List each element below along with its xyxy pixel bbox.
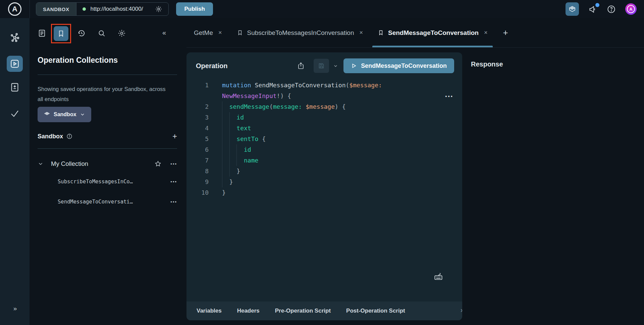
tab-subscribetomessagesinconversation[interactable]: SubscribeToMessagesInConversation × (229, 18, 370, 47)
apollo-logo-letter: A (8, 2, 21, 16)
code-line[interactable]: 7name (186, 155, 462, 166)
nav-changelog-button[interactable] (9, 82, 20, 93)
tab-label: GetMe (194, 29, 213, 37)
bookmark-icon (57, 30, 65, 38)
documentation-tab-button[interactable] (38, 29, 46, 38)
operation-menu-button[interactable]: ••• (170, 199, 177, 204)
sandbox-scope-dropdown[interactable]: Sandbox (38, 107, 91, 122)
tab-post-operation-script[interactable]: Post-Operation Script (346, 308, 405, 314)
indent-guide (236, 144, 244, 155)
settings-tab-button[interactable] (117, 29, 126, 38)
code-line[interactable]: 8} (186, 166, 462, 177)
help-icon (607, 5, 616, 14)
star-icon[interactable] (154, 160, 162, 168)
bookmark-icon (237, 30, 243, 36)
publish-button[interactable]: Publish (176, 2, 213, 16)
history-tab-button[interactable] (77, 29, 86, 38)
editor-line-menu-button[interactable]: ••• (445, 93, 453, 99)
indent-guide (229, 134, 237, 144)
line-number: 1 (186, 80, 209, 91)
tab-pre-operation-script[interactable]: Pre-Operation Script (275, 308, 331, 314)
nav-checks-button[interactable] (9, 108, 20, 119)
info-icon[interactable] (66, 133, 72, 139)
save-options-chevron[interactable] (333, 63, 338, 68)
indent-guide (222, 144, 229, 155)
help-button[interactable] (607, 5, 616, 14)
graphql-code-editor[interactable]: 1mutation SendMessageToConversation($mes… (186, 77, 462, 198)
apollo-logo[interactable]: A (0, 2, 30, 16)
nav-schema-button[interactable] (9, 32, 20, 43)
line-number: 10 (186, 187, 209, 198)
line-number: 4 (186, 123, 209, 134)
endpoint-url-field[interactable]: http://localhost:4000/ (76, 3, 169, 15)
indent-guide (222, 155, 229, 166)
run-operation-button[interactable]: SendMessageToConversation (343, 58, 454, 73)
indent-guide (222, 123, 229, 134)
sandbox-section-header: Sandbox + (38, 132, 177, 140)
tab-headers[interactable]: Headers (237, 308, 260, 314)
nav-explorer-button-active[interactable] (7, 56, 23, 72)
indent-guide (229, 166, 237, 177)
connection-settings-button[interactable] (155, 5, 162, 13)
close-icon[interactable]: × (360, 29, 363, 36)
close-icon[interactable]: × (218, 29, 222, 36)
chevron-down-icon (80, 112, 85, 117)
sandbox-mode-button[interactable] (566, 2, 579, 16)
endpoint-url-text[interactable]: http://localhost:4000/ (91, 6, 143, 12)
user-avatar[interactable]: A (625, 3, 637, 15)
expand-rail-button[interactable]: » (13, 305, 16, 312)
tab-sendmessagetoconversation-active[interactable]: SendMessageToConversation × (370, 18, 495, 47)
collection-row-my-collection[interactable]: My Collection ••• (38, 156, 177, 171)
indent-guide (222, 112, 229, 123)
keyboard-shortcuts-button[interactable] (433, 271, 443, 281)
code-line[interactable]: 2sendMessage(message: $message) { (186, 101, 462, 112)
chevron-down-icon[interactable] (38, 161, 44, 167)
code-line[interactable]: 10} (186, 187, 462, 198)
code-line[interactable]: 6id (186, 144, 462, 155)
collapse-panel-button[interactable]: « (162, 29, 165, 37)
indent-guide (236, 155, 244, 166)
section-divider (38, 148, 177, 149)
collection-menu-button[interactable]: ••• (170, 161, 177, 167)
saved-operation-item[interactable]: SubscribeToMessagesInCo… ••• (58, 176, 177, 187)
code-line[interactable]: 9} (186, 177, 462, 187)
document-icon (38, 29, 46, 38)
bookmark-icon (378, 30, 384, 36)
panel-divider (38, 75, 177, 75)
tab-getme[interactable]: GetMe × (186, 18, 229, 47)
code-line[interactable]: NewMessageInput!) { (186, 91, 462, 101)
line-number: 5 (186, 134, 209, 144)
history-icon (77, 29, 86, 38)
new-tab-button[interactable]: + (503, 28, 508, 38)
operation-title: Operation (196, 62, 227, 70)
scope-dropdown-label: Sandbox (54, 111, 76, 118)
code-line[interactable]: 4text (186, 123, 462, 134)
indent-guide (229, 112, 237, 123)
save-operation-button[interactable] (314, 59, 329, 73)
operation-editor-panel: Operation (186, 52, 462, 320)
line-number: 3 (186, 112, 209, 123)
line-number: 6 (186, 144, 209, 155)
indent-guide (222, 166, 229, 177)
code-line[interactable]: 1mutation SendMessageToConversation($mes… (186, 80, 462, 91)
connection-status-dot (83, 7, 86, 11)
add-collection-button[interactable]: + (172, 132, 177, 140)
editor-bottom-tabs: Variables Headers Pre-Operation Script P… (186, 301, 462, 320)
close-icon[interactable]: × (484, 29, 488, 36)
line-number: 8 (186, 166, 209, 177)
operation-item-label: SendMessageToConversati… (58, 199, 133, 205)
collections-tab-button-active[interactable] (54, 26, 68, 41)
more-tabs-indicator[interactable]: » (461, 306, 462, 314)
code-line[interactable]: 5sentTo { (186, 134, 462, 144)
share-icon (297, 62, 305, 70)
search-tab-button[interactable] (97, 29, 106, 38)
code-line[interactable]: 3id (186, 112, 462, 123)
share-operation-button[interactable] (297, 62, 305, 70)
operation-header-actions: SendMessageToConversation (297, 58, 454, 73)
response-title: Response (471, 60, 644, 68)
tab-variables[interactable]: Variables (197, 308, 222, 314)
operation-menu-button[interactable]: ••• (170, 179, 177, 184)
line-number (186, 91, 209, 101)
saved-operation-item[interactable]: SendMessageToConversati… ••• (58, 196, 177, 207)
announcements-button[interactable] (588, 5, 597, 14)
